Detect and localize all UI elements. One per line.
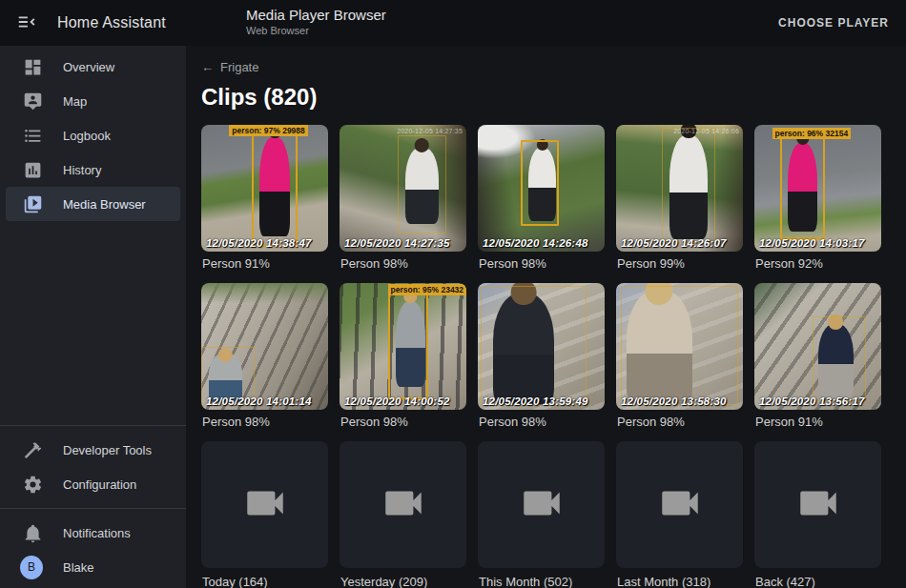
clip-card[interactable]: person: 96% 32154 12/05/2020 14:03:17 Pe… <box>754 125 881 273</box>
clip-thumbnail[interactable]: person: 97% 29988 12/05/2020 14:38:47 <box>201 125 328 252</box>
detection-bbox <box>621 286 737 405</box>
folder-tile[interactable] <box>478 441 605 568</box>
tooltip-account-icon <box>22 91 43 112</box>
hammer-icon <box>22 439 43 460</box>
sidebar-item-developer-tools[interactable]: Developer Tools <box>6 433 180 467</box>
sidebar-item-blake[interactable]: B Blake <box>6 550 180 584</box>
folder-card-back-427[interactable]: Back (427) <box>754 441 881 588</box>
video-camera-icon <box>380 479 427 531</box>
folder-tile[interactable] <box>201 441 328 568</box>
back-arrow-icon: ← <box>201 60 214 74</box>
clip-thumbnail[interactable]: 2020-12-05 14:27:35 12/05/2020 14:27:35 <box>340 125 466 252</box>
clip-label: Person 99% <box>617 256 743 271</box>
clip-card[interactable]: 12/05/2020 14:01:14 Person 98% <box>201 283 328 431</box>
detection-chip-label: person: 96% 32154 <box>772 128 852 139</box>
media-header-title: Media Player Browser <box>246 7 386 25</box>
folder-card-this-month-502[interactable]: This Month (502) <box>478 441 605 588</box>
menu-collapse-icon <box>16 11 37 35</box>
clip-timestamp: 12/05/2020 14:03:17 <box>759 237 865 249</box>
video-camera-icon <box>794 479 842 531</box>
media-header: Media Player Browser Web Browser <box>246 7 386 38</box>
gear-icon <box>22 474 43 495</box>
detection-bbox <box>813 316 866 402</box>
camera-osd-timestamp: 2020-12-05 14:26:06 <box>673 128 739 134</box>
choose-player-button[interactable]: CHOOSE PLAYER <box>778 16 889 30</box>
camera-osd-timestamp: 2020-12-05 14:27:35 <box>397 128 463 134</box>
media-browser-content: ← Frigate Clips (820) person: 97% 29988 … <box>186 46 906 588</box>
folder-label: Today (164) <box>202 575 328 588</box>
sidebar-item-overview[interactable]: Overview <box>6 50 180 84</box>
play-box-multiple-icon <box>22 193 43 214</box>
detection-bbox <box>398 135 446 234</box>
clip-timestamp: 12/05/2020 14:38:47 <box>206 237 312 249</box>
clip-thumbnail[interactable]: 12/05/2020 13:58:30 <box>616 283 743 410</box>
sidebar-footer-group: Notifications B Blake <box>0 516 186 584</box>
clip-timestamp: 12/05/2020 14:01:14 <box>206 395 312 407</box>
clip-timestamp: 12/05/2020 13:58:30 <box>621 395 727 407</box>
detection-chip-label: person: 97% 29988 <box>229 125 308 136</box>
sidebar: Overview Map Logbook History Media Brows… <box>0 46 186 588</box>
folder-card-last-month-318[interactable]: Last Month (318) <box>616 441 743 588</box>
format-list-bulleted-icon <box>22 125 43 146</box>
folder-label: Back (427) <box>755 575 881 588</box>
clip-card[interactable]: person: 95% 23432 12/05/2020 14:00:52 Pe… <box>340 283 466 431</box>
chart-box-icon <box>22 159 43 180</box>
clip-card[interactable]: person: 97% 29988 12/05/2020 14:38:47 Pe… <box>201 125 328 273</box>
detection-bbox <box>388 291 429 399</box>
app-toolbar: Home Assistant Media Player Browser Web … <box>0 0 906 46</box>
breadcrumb-back[interactable]: ← Frigate <box>201 60 258 74</box>
clips-grid: person: 97% 29988 12/05/2020 14:38:47 Pe… <box>201 125 881 441</box>
clip-card[interactable]: 12/05/2020 13:56:17 Person 91% <box>754 283 881 431</box>
folder-card-yesterday-209[interactable]: Yesterday (209) <box>340 441 466 588</box>
sidebar-divider <box>0 425 186 426</box>
clip-label: Person 91% <box>202 256 328 271</box>
detection-bbox <box>780 137 826 238</box>
clip-label: Person 98% <box>202 415 328 429</box>
sidebar-item-logbook[interactable]: Logbook <box>6 118 180 152</box>
clip-card[interactable]: 12/05/2020 14:26:48 Person 98% <box>478 125 605 273</box>
sidebar-toggle-button[interactable] <box>6 2 48 44</box>
sidebar-item-notifications[interactable]: Notifications <box>6 516 180 550</box>
sidebar-item-media-browser[interactable]: Media Browser <box>6 187 180 221</box>
folder-card-today-164[interactable]: Today (164) <box>201 441 328 588</box>
sidebar-item-map[interactable]: Map <box>6 84 180 118</box>
clip-thumbnail[interactable]: 12/05/2020 13:59:49 <box>478 283 605 410</box>
clip-card[interactable]: 2020-12-05 14:27:35 12/05/2020 14:27:35 … <box>340 125 466 273</box>
sidebar-item-configuration[interactable]: Configuration <box>6 467 180 501</box>
clip-thumbnail[interactable]: person: 95% 23432 12/05/2020 14:00:52 <box>340 283 466 410</box>
avatar-icon: B <box>22 557 43 578</box>
sidebar-item-history[interactable]: History <box>6 152 180 187</box>
breadcrumb-label: Frigate <box>220 60 258 74</box>
clip-card[interactable]: 12/05/2020 13:58:30 Person 98% <box>616 283 743 431</box>
avatar: B <box>20 556 43 579</box>
clip-timestamp: 12/05/2020 13:59:49 <box>483 395 588 407</box>
clip-label: Person 91% <box>755 415 881 429</box>
folder-tile[interactable] <box>340 441 466 568</box>
clip-card[interactable]: 2020-12-05 14:26:06 12/05/2020 14:26:07 … <box>616 125 743 273</box>
clip-thumbnail[interactable]: 12/05/2020 14:26:48 <box>478 125 605 252</box>
detection-bbox <box>521 140 559 226</box>
folder-tile[interactable] <box>754 441 881 568</box>
folder-tile[interactable] <box>616 441 743 568</box>
clip-label: Person 98% <box>479 256 605 271</box>
clip-thumbnail[interactable]: person: 96% 32154 12/05/2020 14:03:17 <box>754 125 881 252</box>
video-camera-icon <box>656 479 704 531</box>
detection-bbox <box>662 128 715 244</box>
clip-thumbnail[interactable]: 12/05/2020 13:56:17 <box>754 283 881 410</box>
folder-label: Last Month (318) <box>617 575 743 588</box>
folder-label: Yesterday (209) <box>340 575 466 588</box>
page-title: Clips (820) <box>201 84 881 111</box>
clip-card[interactable]: 12/05/2020 13:59:49 Person 98% <box>478 283 605 431</box>
app-title: Home Assistant <box>57 14 166 31</box>
video-camera-icon <box>241 479 289 531</box>
view-dashboard-icon <box>22 56 43 77</box>
sidebar-dev-group: Developer Tools Configuration <box>0 433 186 501</box>
media-header-subtitle: Web Browser <box>246 25 386 38</box>
clip-label: Person 92% <box>755 256 881 271</box>
clip-thumbnail[interactable]: 2020-12-05 14:26:06 12/05/2020 14:26:07 <box>616 125 743 252</box>
clip-thumbnail[interactable]: 12/05/2020 14:01:14 <box>201 283 328 410</box>
sidebar-divider <box>0 508 186 509</box>
folders-grid: Today (164) Yesterday (209) This Month (… <box>201 441 881 588</box>
clip-timestamp: 12/05/2020 13:56:17 <box>759 395 865 407</box>
detection-bbox <box>252 128 298 247</box>
